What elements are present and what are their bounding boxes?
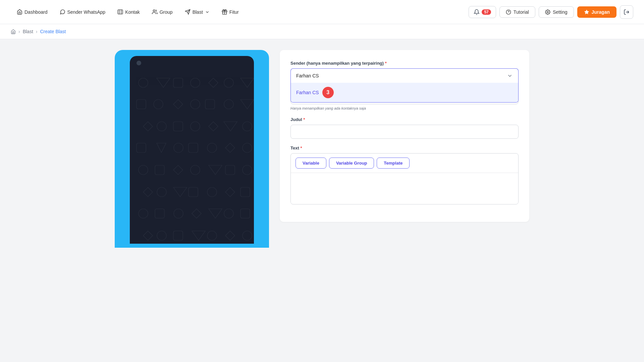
svg-marker-11 <box>584 10 589 14</box>
svg-point-47 <box>207 231 217 240</box>
svg-point-45 <box>157 231 166 240</box>
phone-panel <box>115 50 269 248</box>
svg-rect-46 <box>173 231 183 240</box>
sender-group: Sender (hanya menampilkan yang terpairin… <box>290 61 519 83</box>
gift-icon <box>222 9 227 15</box>
logout-button[interactable] <box>620 5 633 19</box>
svg-point-13 <box>139 78 148 87</box>
svg-point-42 <box>174 209 183 218</box>
text-textarea[interactable] <box>291 173 518 203</box>
notification-badge: 57 <box>482 9 491 15</box>
sender-badge: 3 <box>322 87 334 98</box>
nav-kontak[interactable]: Kontak <box>111 6 146 17</box>
nav-blast[interactable]: Blast <box>179 6 216 17</box>
sender-dropdown[interactable]: Farhan CS <box>290 68 519 83</box>
svg-rect-37 <box>189 187 198 197</box>
svg-point-36 <box>157 187 166 197</box>
nav-sender-whatsapp[interactable]: Sender WhatsApp <box>54 6 112 17</box>
breadcrumb: › Blast › Create Blast <box>11 29 633 34</box>
svg-point-29 <box>207 143 217 153</box>
svg-point-31 <box>139 165 148 175</box>
svg-rect-26 <box>137 143 146 153</box>
contact-icon <box>117 9 123 15</box>
svg-point-22 <box>157 122 166 131</box>
svg-rect-14 <box>173 78 183 87</box>
variable-group-button[interactable]: Variable Group <box>329 158 374 169</box>
chevron-down-icon <box>507 73 513 79</box>
sender-label: Sender (hanya menampilkan yang terpairin… <box>290 61 519 66</box>
text-label: Text * <box>290 145 519 150</box>
svg-rect-41 <box>155 209 164 218</box>
svg-point-33 <box>191 165 200 175</box>
breadcrumb-create-blast: Create Blast <box>40 29 66 34</box>
whatsapp-icon <box>60 9 65 15</box>
svg-rect-28 <box>189 143 198 153</box>
sender-option-farhan[interactable]: Farhan CS 3 <box>291 83 518 102</box>
breadcrumb-sep-1: › <box>18 29 20 34</box>
group-hint: Hanya menampilkan yang ada kontaknya saj… <box>290 106 519 110</box>
nav-fitur[interactable]: Fitur <box>216 6 245 17</box>
svg-point-38 <box>207 187 217 197</box>
judul-label: Judul * <box>290 117 519 122</box>
svg-point-25 <box>243 122 252 131</box>
blast-icon <box>185 9 191 15</box>
svg-rect-39 <box>240 187 250 197</box>
gear-icon <box>545 9 550 15</box>
logout-icon <box>624 9 630 15</box>
svg-point-24 <box>191 122 200 131</box>
setting-button[interactable]: Setting <box>539 6 574 18</box>
svg-point-40 <box>139 209 148 218</box>
svg-point-30 <box>243 143 252 153</box>
svg-rect-44 <box>240 209 250 218</box>
judul-group: Judul * <box>290 117 519 139</box>
breadcrumb-bar: › Blast › Create Blast <box>0 24 644 39</box>
svg-point-10 <box>547 11 548 13</box>
svg-point-16 <box>224 78 233 87</box>
svg-point-48 <box>243 231 252 240</box>
main-content: Sender (hanya menampilkan yang terpairin… <box>104 39 540 248</box>
nav-right: 57 Tutorial Setting Juragan <box>469 5 633 19</box>
phone-bg-pattern <box>130 56 254 244</box>
template-button[interactable]: Template <box>377 158 410 169</box>
chevron-down-icon <box>205 10 210 14</box>
juragan-button[interactable]: Juragan <box>577 6 616 18</box>
home-breadcrumb-icon <box>11 29 16 34</box>
breadcrumb-blast[interactable]: Blast <box>23 29 33 34</box>
star-icon <box>584 9 589 15</box>
svg-rect-34 <box>225 165 235 175</box>
svg-rect-17 <box>137 100 146 109</box>
svg-rect-32 <box>155 165 164 175</box>
tutorial-button[interactable]: Tutorial <box>499 6 535 18</box>
nav-group[interactable]: Group <box>146 6 179 17</box>
help-circle-icon <box>506 9 511 15</box>
navbar: Dashboard Sender WhatsApp Kontak Group B… <box>0 0 644 24</box>
svg-rect-0 <box>118 10 123 14</box>
svg-point-18 <box>154 100 163 109</box>
svg-rect-20 <box>205 100 215 109</box>
form-section: Sender (hanya menampilkan yang terpairin… <box>280 50 529 222</box>
phone-inner <box>130 56 254 244</box>
sender-dropdown-wrap: Farhan CS Farhan CS 3 <box>290 68 519 83</box>
variable-button[interactable]: Variable <box>296 158 326 169</box>
bell-icon <box>474 9 480 15</box>
svg-point-35 <box>243 165 252 175</box>
notification-button[interactable]: 57 <box>469 6 496 18</box>
form-panel: Sender (hanya menampilkan yang terpairin… <box>280 50 529 248</box>
svg-point-15 <box>191 78 200 87</box>
svg-point-43 <box>224 209 233 218</box>
breadcrumb-sep-2: › <box>36 29 38 34</box>
home-icon <box>17 9 22 15</box>
svg-point-19 <box>191 100 200 109</box>
text-buttons-row: Variable Variable Group Template <box>291 154 518 173</box>
svg-rect-23 <box>173 122 183 131</box>
sender-dropdown-menu: Farhan CS 3 <box>290 83 519 103</box>
phone-preview-outer <box>115 50 269 248</box>
text-group: Text * Variable Variable Group Template <box>290 145 519 204</box>
svg-point-3 <box>153 10 155 12</box>
text-section-wrapper: Variable Variable Group Template <box>290 153 519 204</box>
group-icon <box>152 9 158 15</box>
judul-input[interactable] <box>290 125 519 139</box>
svg-point-21 <box>224 100 233 109</box>
svg-point-27 <box>174 143 183 153</box>
nav-dashboard[interactable]: Dashboard <box>11 6 54 17</box>
